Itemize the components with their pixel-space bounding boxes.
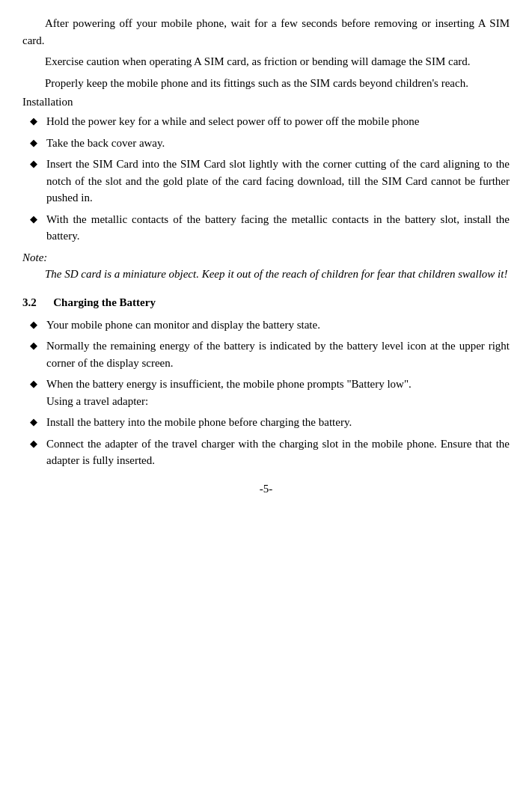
section32-bullet-4: ◆ Install the battery into the mobile ph… [30,414,510,431]
s32-bullet-diamond-5: ◆ [30,436,46,451]
section-32-heading: 3.2 Charging the Battery [22,296,510,309]
s32-bullet-diamond-2: ◆ [30,338,46,353]
intro-para-2: Exercise caution when operating A SIM ca… [22,53,510,70]
installation-bullet-4: ◆ With the metallic contacts of the batt… [30,211,510,245]
installation-heading: Installation [22,96,510,109]
section32-bullet-3-subtext: Using a travel adapter: [46,393,510,410]
bullet-diamond-2: ◆ [30,135,46,150]
section32-bullet-3: ◆ When the battery energy is insufficien… [30,376,510,409]
section32-bullet-5-text: Connect the adapter of the travel charge… [46,436,510,469]
section32-bullet-3-text: When the battery energy is insufficient,… [46,376,510,409]
s32-bullet-diamond-3: ◆ [30,376,46,391]
s32-bullet-diamond-4: ◆ [30,415,46,430]
page-footer: -5- [22,483,510,495]
note-label: Note: [22,249,510,266]
section32-bullet-1: ◆ Your mobile phone can monitor and disp… [30,317,510,334]
section32-bullet-list: ◆ Your mobile phone can monitor and disp… [22,317,510,469]
section32-bullet-1-text: Your mobile phone can monitor and displa… [46,317,510,334]
section32-bullet-2-text: Normally the remaining energy of the bat… [46,338,510,371]
section32-bullet-4-text: Install the battery into the mobile phon… [46,414,510,431]
bullet-diamond-3: ◆ [30,156,46,171]
bullet-diamond-4: ◆ [30,212,46,227]
note-text: The SD card is a miniature object. Keep … [22,266,510,283]
section-32-number: 3.2 [22,296,51,309]
bullet-diamond-1: ◆ [30,114,46,129]
installation-bullet-2-text: Take the back cover away. [46,135,510,152]
intro-para-1: After powering off your mobile phone, wa… [22,15,510,49]
installation-bullet-3-text: Insert the SIM Card into the SIM Card sl… [46,156,510,207]
s32-bullet-diamond-1: ◆ [30,317,46,332]
page-number: -5- [260,483,273,495]
installation-bullet-1-text: Hold the power key for a while and selec… [46,113,510,130]
page-content: After powering off your mobile phone, wa… [22,15,510,495]
installation-bullet-2: ◆ Take the back cover away. [30,135,510,152]
installation-bullet-4-text: With the metallic contacts of the batter… [46,211,510,245]
section32-bullet-5: ◆ Connect the adapter of the travel char… [30,436,510,469]
section-32-title: Charging the Battery [53,296,156,308]
installation-bullet-list: ◆ Hold the power key for a while and sel… [22,113,510,245]
section32-bullet-2: ◆ Normally the remaining energy of the b… [30,338,510,371]
intro-para-3: Properly keep the mobile phone and its f… [22,75,510,92]
installation-bullet-3: ◆ Insert the SIM Card into the SIM Card … [30,156,510,207]
installation-bullet-1: ◆ Hold the power key for a while and sel… [30,113,510,130]
